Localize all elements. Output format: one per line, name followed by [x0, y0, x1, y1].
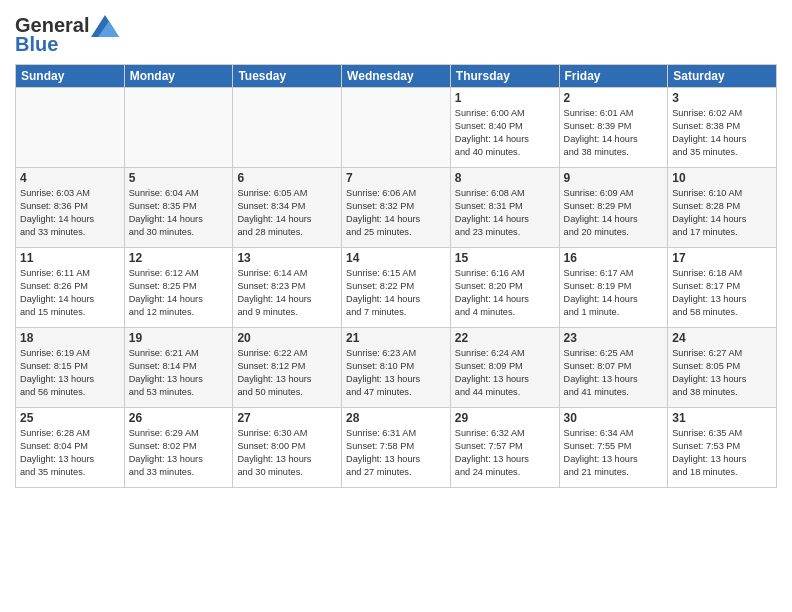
day-info: Sunrise: 6:21 AM Sunset: 8:14 PM Dayligh… [129, 347, 229, 399]
calendar-header-row: Sunday Monday Tuesday Wednesday Thursday… [16, 65, 777, 88]
calendar-cell: 31Sunrise: 6:35 AM Sunset: 7:53 PM Dayli… [668, 408, 777, 488]
calendar-cell: 15Sunrise: 6:16 AM Sunset: 8:20 PM Dayli… [450, 248, 559, 328]
calendar-cell: 16Sunrise: 6:17 AM Sunset: 8:19 PM Dayli… [559, 248, 668, 328]
day-info: Sunrise: 6:11 AM Sunset: 8:26 PM Dayligh… [20, 267, 120, 319]
calendar-cell: 29Sunrise: 6:32 AM Sunset: 7:57 PM Dayli… [450, 408, 559, 488]
day-number: 8 [455, 171, 555, 185]
calendar-cell: 2Sunrise: 6:01 AM Sunset: 8:39 PM Daylig… [559, 88, 668, 168]
day-info: Sunrise: 6:28 AM Sunset: 8:04 PM Dayligh… [20, 427, 120, 479]
calendar-cell: 5Sunrise: 6:04 AM Sunset: 8:35 PM Daylig… [124, 168, 233, 248]
col-friday: Friday [559, 65, 668, 88]
col-tuesday: Tuesday [233, 65, 342, 88]
day-number: 9 [564, 171, 664, 185]
day-number: 6 [237, 171, 337, 185]
calendar-week-row: 1Sunrise: 6:00 AM Sunset: 8:40 PM Daylig… [16, 88, 777, 168]
calendar-cell: 1Sunrise: 6:00 AM Sunset: 8:40 PM Daylig… [450, 88, 559, 168]
day-info: Sunrise: 6:18 AM Sunset: 8:17 PM Dayligh… [672, 267, 772, 319]
calendar-cell: 9Sunrise: 6:09 AM Sunset: 8:29 PM Daylig… [559, 168, 668, 248]
day-number: 12 [129, 251, 229, 265]
logo-icon [91, 15, 119, 37]
calendar-cell: 7Sunrise: 6:06 AM Sunset: 8:32 PM Daylig… [342, 168, 451, 248]
day-number: 5 [129, 171, 229, 185]
calendar-cell [342, 88, 451, 168]
day-number: 1 [455, 91, 555, 105]
calendar-cell: 8Sunrise: 6:08 AM Sunset: 8:31 PM Daylig… [450, 168, 559, 248]
day-info: Sunrise: 6:00 AM Sunset: 8:40 PM Dayligh… [455, 107, 555, 159]
day-number: 17 [672, 251, 772, 265]
calendar-cell: 3Sunrise: 6:02 AM Sunset: 8:38 PM Daylig… [668, 88, 777, 168]
day-number: 19 [129, 331, 229, 345]
calendar-week-row: 11Sunrise: 6:11 AM Sunset: 8:26 PM Dayli… [16, 248, 777, 328]
day-info: Sunrise: 6:25 AM Sunset: 8:07 PM Dayligh… [564, 347, 664, 399]
day-number: 24 [672, 331, 772, 345]
calendar-cell: 4Sunrise: 6:03 AM Sunset: 8:36 PM Daylig… [16, 168, 125, 248]
calendar-cell: 10Sunrise: 6:10 AM Sunset: 8:28 PM Dayli… [668, 168, 777, 248]
calendar-cell: 17Sunrise: 6:18 AM Sunset: 8:17 PM Dayli… [668, 248, 777, 328]
calendar-cell: 21Sunrise: 6:23 AM Sunset: 8:10 PM Dayli… [342, 328, 451, 408]
day-number: 2 [564, 91, 664, 105]
calendar-cell: 23Sunrise: 6:25 AM Sunset: 8:07 PM Dayli… [559, 328, 668, 408]
calendar-week-row: 4Sunrise: 6:03 AM Sunset: 8:36 PM Daylig… [16, 168, 777, 248]
day-number: 25 [20, 411, 120, 425]
day-number: 30 [564, 411, 664, 425]
day-info: Sunrise: 6:10 AM Sunset: 8:28 PM Dayligh… [672, 187, 772, 239]
day-info: Sunrise: 6:27 AM Sunset: 8:05 PM Dayligh… [672, 347, 772, 399]
calendar-cell: 25Sunrise: 6:28 AM Sunset: 8:04 PM Dayli… [16, 408, 125, 488]
day-info: Sunrise: 6:31 AM Sunset: 7:58 PM Dayligh… [346, 427, 446, 479]
calendar-cell: 11Sunrise: 6:11 AM Sunset: 8:26 PM Dayli… [16, 248, 125, 328]
header: General Blue [15, 10, 777, 56]
calendar-cell: 28Sunrise: 6:31 AM Sunset: 7:58 PM Dayli… [342, 408, 451, 488]
day-info: Sunrise: 6:22 AM Sunset: 8:12 PM Dayligh… [237, 347, 337, 399]
day-number: 15 [455, 251, 555, 265]
calendar-table: Sunday Monday Tuesday Wednesday Thursday… [15, 64, 777, 488]
logo-blue: Blue [15, 33, 58, 56]
day-info: Sunrise: 6:19 AM Sunset: 8:15 PM Dayligh… [20, 347, 120, 399]
day-info: Sunrise: 6:15 AM Sunset: 8:22 PM Dayligh… [346, 267, 446, 319]
day-info: Sunrise: 6:29 AM Sunset: 8:02 PM Dayligh… [129, 427, 229, 479]
calendar-cell [16, 88, 125, 168]
calendar-cell: 20Sunrise: 6:22 AM Sunset: 8:12 PM Dayli… [233, 328, 342, 408]
day-info: Sunrise: 6:05 AM Sunset: 8:34 PM Dayligh… [237, 187, 337, 239]
calendar-cell: 22Sunrise: 6:24 AM Sunset: 8:09 PM Dayli… [450, 328, 559, 408]
calendar-cell: 14Sunrise: 6:15 AM Sunset: 8:22 PM Dayli… [342, 248, 451, 328]
calendar-cell: 18Sunrise: 6:19 AM Sunset: 8:15 PM Dayli… [16, 328, 125, 408]
col-wednesday: Wednesday [342, 65, 451, 88]
day-info: Sunrise: 6:24 AM Sunset: 8:09 PM Dayligh… [455, 347, 555, 399]
logo: General Blue [15, 14, 119, 56]
calendar-cell: 13Sunrise: 6:14 AM Sunset: 8:23 PM Dayli… [233, 248, 342, 328]
col-sunday: Sunday [16, 65, 125, 88]
day-info: Sunrise: 6:04 AM Sunset: 8:35 PM Dayligh… [129, 187, 229, 239]
day-info: Sunrise: 6:16 AM Sunset: 8:20 PM Dayligh… [455, 267, 555, 319]
day-number: 27 [237, 411, 337, 425]
day-info: Sunrise: 6:17 AM Sunset: 8:19 PM Dayligh… [564, 267, 664, 319]
calendar-cell [124, 88, 233, 168]
main-container: General Blue Sunday Monday Tuesday Wedne… [0, 0, 792, 612]
day-info: Sunrise: 6:35 AM Sunset: 7:53 PM Dayligh… [672, 427, 772, 479]
calendar-cell: 30Sunrise: 6:34 AM Sunset: 7:55 PM Dayli… [559, 408, 668, 488]
calendar-cell: 6Sunrise: 6:05 AM Sunset: 8:34 PM Daylig… [233, 168, 342, 248]
calendar-cell [233, 88, 342, 168]
day-number: 28 [346, 411, 446, 425]
day-info: Sunrise: 6:01 AM Sunset: 8:39 PM Dayligh… [564, 107, 664, 159]
day-number: 16 [564, 251, 664, 265]
calendar-cell: 24Sunrise: 6:27 AM Sunset: 8:05 PM Dayli… [668, 328, 777, 408]
day-info: Sunrise: 6:02 AM Sunset: 8:38 PM Dayligh… [672, 107, 772, 159]
calendar-week-row: 18Sunrise: 6:19 AM Sunset: 8:15 PM Dayli… [16, 328, 777, 408]
day-info: Sunrise: 6:03 AM Sunset: 8:36 PM Dayligh… [20, 187, 120, 239]
day-info: Sunrise: 6:23 AM Sunset: 8:10 PM Dayligh… [346, 347, 446, 399]
day-number: 7 [346, 171, 446, 185]
day-number: 4 [20, 171, 120, 185]
calendar-week-row: 25Sunrise: 6:28 AM Sunset: 8:04 PM Dayli… [16, 408, 777, 488]
calendar-cell: 26Sunrise: 6:29 AM Sunset: 8:02 PM Dayli… [124, 408, 233, 488]
day-info: Sunrise: 6:32 AM Sunset: 7:57 PM Dayligh… [455, 427, 555, 479]
day-info: Sunrise: 6:30 AM Sunset: 8:00 PM Dayligh… [237, 427, 337, 479]
col-saturday: Saturday [668, 65, 777, 88]
day-number: 22 [455, 331, 555, 345]
day-info: Sunrise: 6:08 AM Sunset: 8:31 PM Dayligh… [455, 187, 555, 239]
day-info: Sunrise: 6:06 AM Sunset: 8:32 PM Dayligh… [346, 187, 446, 239]
day-info: Sunrise: 6:34 AM Sunset: 7:55 PM Dayligh… [564, 427, 664, 479]
day-number: 31 [672, 411, 772, 425]
day-number: 23 [564, 331, 664, 345]
day-number: 10 [672, 171, 772, 185]
col-thursday: Thursday [450, 65, 559, 88]
